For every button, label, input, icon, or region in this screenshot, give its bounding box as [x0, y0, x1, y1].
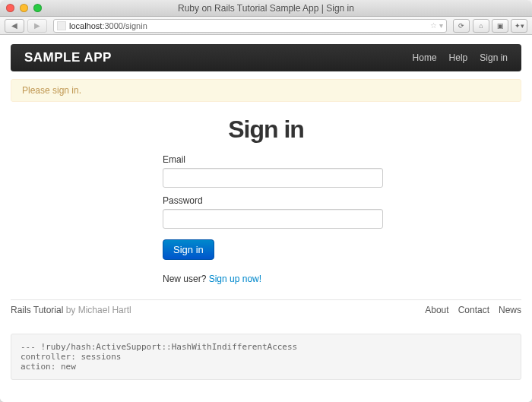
- browser-window: Ruby on Rails Tutorial Sample App | Sign…: [0, 0, 532, 402]
- favicon-icon: [57, 21, 66, 30]
- titlebar: Ruby on Rails Tutorial Sample App | Sign…: [0, 0, 532, 17]
- footer-link-contact[interactable]: Contact: [458, 305, 489, 315]
- reader-icon[interactable]: ▾: [439, 21, 443, 30]
- email-field[interactable]: [163, 168, 383, 188]
- footer-site[interactable]: Rails Tutorial: [11, 305, 63, 315]
- nav-link-signin[interactable]: Sign in: [480, 52, 508, 63]
- back-button[interactable]: ◀: [5, 19, 24, 33]
- navbar: SAMPLE APP Home Help Sign in: [11, 44, 521, 71]
- home-toolbar-button[interactable]: ⌂: [473, 19, 489, 33]
- nav-links: Home Help Sign in: [413, 52, 508, 63]
- footer-byline: by Michael Hartl: [63, 305, 131, 315]
- brand-logo[interactable]: SAMPLE APP: [24, 50, 112, 65]
- forward-button[interactable]: ▶: [27, 19, 47, 33]
- signin-button[interactable]: Sign in: [163, 239, 214, 260]
- extensions-button[interactable]: ✦▾: [511, 19, 527, 33]
- browser-toolbar: ◀ ▶ localhost:3000/signin ☆ ▾ ⟳ ⌂ ▣ ✦▾: [0, 17, 532, 35]
- password-field[interactable]: [163, 209, 383, 229]
- flash-alert: Please sign in.: [11, 79, 521, 102]
- downloads-button[interactable]: ▣: [492, 19, 508, 33]
- footer: Rails Tutorial by Michael Hartl About Co…: [11, 299, 521, 315]
- address-bar[interactable]: localhost:3000/signin ☆ ▾: [53, 19, 447, 33]
- page-title: Sign in: [11, 116, 521, 144]
- nav-link-home[interactable]: Home: [413, 52, 437, 63]
- signup-prompt: New user? Sign up now!: [163, 274, 383, 284]
- debug-dump: --- !ruby/hash:ActiveSupport::HashWithIn…: [11, 334, 521, 380]
- window-title: Ruby on Rails Tutorial Sample App | Sign…: [0, 3, 532, 14]
- viewport: SAMPLE APP Home Help Sign in Please sign…: [0, 35, 532, 402]
- flash-message: Please sign in.: [22, 85, 81, 96]
- email-label: Email: [163, 154, 383, 165]
- password-label: Password: [163, 195, 383, 206]
- signup-prefix: New user?: [163, 274, 209, 284]
- footer-credit: Rails Tutorial by Michael Hartl: [11, 305, 131, 315]
- nav-link-help[interactable]: Help: [449, 52, 468, 63]
- reload-button[interactable]: ⟳: [453, 19, 470, 33]
- bookmark-icon[interactable]: ☆: [430, 21, 437, 30]
- url-path: :3000/signin: [102, 21, 147, 30]
- signin-form: Email Password Sign in New user? Sign up…: [163, 154, 383, 284]
- footer-link-about[interactable]: About: [425, 305, 448, 315]
- signup-link[interactable]: Sign up now!: [209, 274, 261, 284]
- url-host: localhost: [69, 21, 102, 30]
- footer-link-news[interactable]: News: [499, 305, 521, 315]
